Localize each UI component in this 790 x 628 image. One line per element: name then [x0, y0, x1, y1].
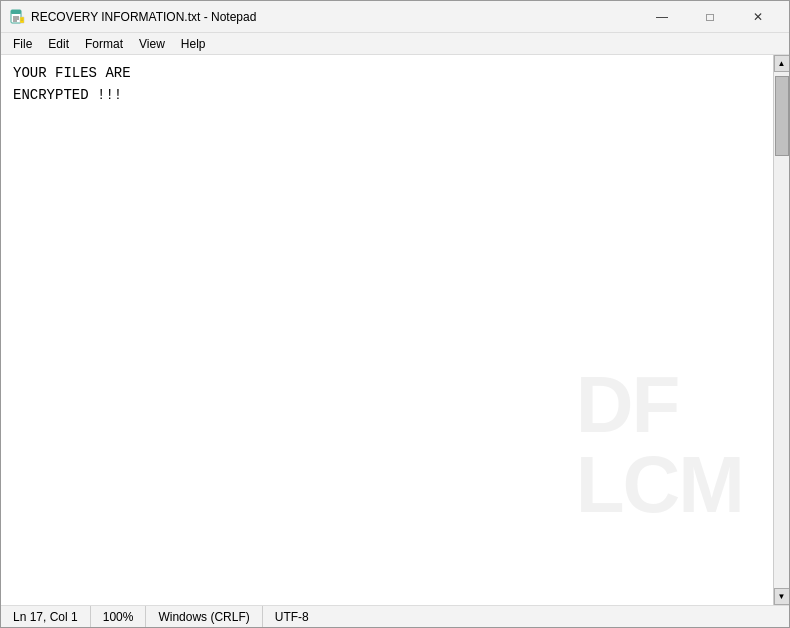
close-button[interactable]: ✕	[735, 1, 781, 33]
menu-bar: File Edit Format View Help	[1, 33, 789, 55]
text-editor[interactable]	[1, 55, 209, 114]
menu-file[interactable]: File	[5, 35, 40, 53]
title-bar-left: RECOVERY INFORMATION.txt - Notepad	[9, 9, 256, 25]
notepad-icon	[9, 9, 25, 25]
scrollbar-track[interactable]	[774, 72, 789, 588]
menu-help[interactable]: Help	[173, 35, 214, 53]
status-encoding: UTF-8	[263, 606, 321, 627]
svg-rect-1	[11, 10, 21, 14]
menu-view[interactable]: View	[131, 35, 173, 53]
scroll-down-button[interactable]: ▼	[774, 588, 790, 605]
menu-edit[interactable]: Edit	[40, 35, 77, 53]
title-bar: RECOVERY INFORMATION.txt - Notepad — □ ✕	[1, 1, 789, 33]
minimize-button[interactable]: —	[639, 1, 685, 33]
title-bar-controls: — □ ✕	[639, 1, 781, 33]
scroll-up-button[interactable]: ▲	[774, 55, 790, 72]
text-content-wrapper: DFLCM	[1, 55, 773, 605]
notepad-window: RECOVERY INFORMATION.txt - Notepad — □ ✕…	[0, 0, 790, 628]
scrollbar: ▲ ▼	[773, 55, 789, 605]
content-area: DFLCM ▲ ▼	[1, 55, 789, 605]
status-ln-col: Ln 17, Col 1	[9, 606, 91, 627]
watermark: DFLCM	[576, 365, 743, 525]
status-line-ending: Windows (CRLF)	[146, 606, 262, 627]
scrollbar-thumb[interactable]	[775, 76, 789, 156]
window-title: RECOVERY INFORMATION.txt - Notepad	[31, 10, 256, 24]
svg-rect-5	[20, 17, 24, 23]
menu-format[interactable]: Format	[77, 35, 131, 53]
maximize-button[interactable]: □	[687, 1, 733, 33]
status-bar: Ln 17, Col 1 100% Windows (CRLF) UTF-8	[1, 605, 789, 627]
status-zoom: 100%	[91, 606, 147, 627]
